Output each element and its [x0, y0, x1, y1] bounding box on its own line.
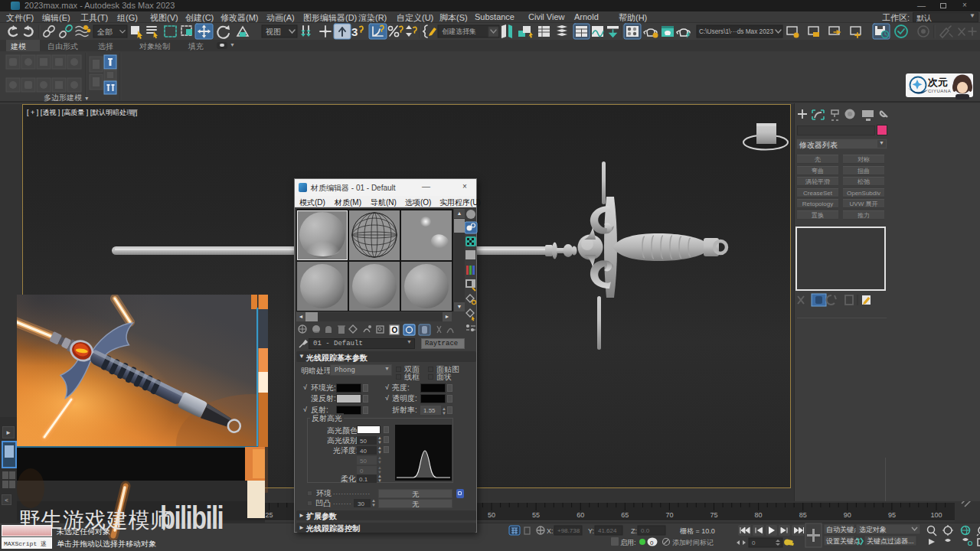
svg-text:Z:: Z:: [631, 527, 637, 535]
svg-text:添加时间标记: 添加时间标记: [672, 539, 714, 546]
svg-text:C:\Users\1\···ds Max 2023: C:\Users\1\···ds Max 2023: [699, 28, 773, 35]
svg-text:95: 95: [888, 511, 896, 519]
svg-text:创建选择集: 创建选择集: [442, 28, 476, 35]
svg-text:0: 0: [752, 540, 756, 546]
svg-text:60: 60: [577, 511, 584, 519]
svg-text:0: 0: [650, 540, 654, 546]
svg-text:次元: 次元: [927, 77, 948, 88]
svg-text:O: O: [392, 326, 398, 334]
svg-text:视图: 视图: [266, 28, 281, 36]
svg-text:3: 3: [351, 25, 358, 38]
svg-text:100: 100: [930, 511, 942, 519]
svg-text:启用:: 启用:: [620, 539, 636, 546]
svg-text:0.0: 0.0: [641, 527, 650, 534]
svg-text:65: 65: [621, 511, 629, 519]
svg-text:CIYUANA: CIYUANA: [928, 89, 951, 93]
svg-text:85: 85: [799, 511, 807, 519]
svg-text:75: 75: [710, 511, 717, 519]
svg-text:41.624: 41.624: [598, 527, 617, 534]
svg-text:70: 70: [665, 511, 673, 519]
svg-text:自动关键点: 自动关键点: [826, 526, 861, 533]
svg-text:Y:: Y:: [588, 527, 594, 535]
svg-text:50: 50: [488, 511, 495, 519]
svg-text:90: 90: [844, 511, 851, 519]
svg-text:全部: 全部: [96, 28, 113, 36]
svg-text:选定对象: 选定对象: [859, 526, 887, 533]
svg-text:栅格 = 10.0: 栅格 = 10.0: [679, 527, 715, 535]
svg-text:55: 55: [532, 511, 540, 519]
svg-text:+98.738: +98.738: [557, 527, 580, 534]
svg-text:X:: X:: [547, 527, 554, 535]
svg-text:设置关键点: 设置关键点: [826, 537, 861, 545]
svg-text:关键点过滤器...: 关键点过滤器...: [867, 537, 914, 545]
svg-text:80: 80: [755, 511, 763, 519]
